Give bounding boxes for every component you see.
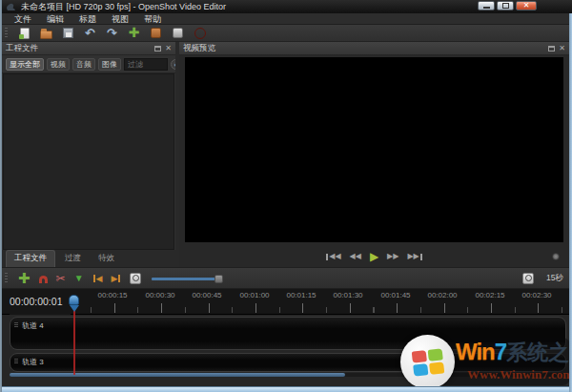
- undo-icon: ↶: [85, 27, 95, 39]
- playhead-line: [73, 311, 75, 375]
- jump-to-start-icon: [326, 254, 328, 260]
- close-button[interactable]: ✕: [516, 1, 537, 10]
- project-files-title: 工程文件: [6, 43, 154, 54]
- tab-project-files[interactable]: 工程文件: [6, 250, 55, 267]
- ruler-label: 00:01:45: [380, 291, 410, 299]
- playhead-marker[interactable]: [69, 295, 79, 305]
- menu-title[interactable]: 标题: [72, 13, 103, 25]
- track-grip-icon: [14, 322, 18, 328]
- ruler-major-ticks: [2, 303, 569, 313]
- import-files-button[interactable]: ✚: [127, 26, 141, 40]
- ruler-label: 00:02:15: [475, 291, 504, 299]
- jump-to-end-icon: [420, 254, 422, 260]
- filter-input[interactable]: [124, 58, 168, 71]
- playhead-marker-tip: [70, 305, 79, 312]
- menu-help[interactable]: 帮助: [137, 13, 168, 25]
- track-grip-icon: [14, 359, 18, 364]
- menu-file[interactable]: 文件: [8, 13, 38, 25]
- timeline-toolbar-grip[interactable]: [5, 273, 8, 284]
- import-files-icon: ✚: [129, 27, 140, 39]
- menu-view[interactable]: 视图: [105, 13, 135, 25]
- ruler-label: 00:02:30: [521, 291, 551, 299]
- maximize-button[interactable]: [497, 1, 514, 10]
- menu-bar: 文件 编辑 标题 视图 帮助: [2, 13, 569, 25]
- import-image-sequence-icon: [151, 28, 161, 38]
- export-video-button[interactable]: [193, 26, 207, 40]
- minimize-button[interactable]: [478, 1, 495, 10]
- play-button[interactable]: ▶: [370, 251, 378, 262]
- track-row[interactable]: 轨道 3: [10, 353, 566, 372]
- track-name: 轨道 4: [22, 320, 44, 331]
- add-track-icon[interactable]: ✚: [18, 272, 31, 285]
- jump-to-end-button[interactable]: ▶▶: [407, 251, 422, 262]
- save-project-button[interactable]: [61, 26, 75, 40]
- project-files-panel: 工程文件 ✕ 显示全部 视频 音频 图像 ● 工程文件 过渡 特效: [2, 42, 175, 267]
- toolbar-grip[interactable]: [5, 28, 8, 39]
- rewind-button[interactable]: ◀◀: [350, 251, 361, 262]
- project-files-list[interactable]: [3, 73, 174, 250]
- fast-forward-icon: ▶▶: [387, 251, 398, 262]
- next-marker-icon[interactable]: ▶: [111, 274, 121, 283]
- close-panel-icon[interactable]: ✕: [559, 45, 565, 52]
- jump-to-start-button[interactable]: ◀◀: [325, 251, 340, 262]
- title-bar[interactable]: 未命名项目 [HD 720p 30 fps] - OpenShot Video …: [0, 0, 572, 13]
- choose-profile-button[interactable]: [171, 26, 185, 40]
- left-panel-tabs: 工程文件 过渡 特效: [2, 250, 175, 267]
- current-time-display: 00:00:00:01: [10, 289, 71, 315]
- add-marker-icon[interactable]: ▼: [74, 274, 84, 283]
- choose-profile-icon: [173, 28, 183, 38]
- float-panel-icon[interactable]: [548, 46, 555, 52]
- timeline-tracks-area[interactable]: 轨道 4 轨道 3: [2, 315, 569, 386]
- previous-marker-icon[interactable]: ◀: [92, 274, 103, 283]
- video-preview-body: ◀◀ ◀◀ ▶ ▶▶ ▶▶: [179, 55, 569, 267]
- redo-icon: ↷: [107, 27, 117, 39]
- filter-video-button[interactable]: 视频: [47, 58, 70, 71]
- zoom-slider-fill: [152, 278, 216, 280]
- main-toolbar: ↶ ↷ ✚: [2, 25, 569, 42]
- zoom-out-icon[interactable]: [522, 273, 534, 284]
- video-display[interactable]: [185, 57, 563, 242]
- timeline-zoom-slider[interactable]: [152, 273, 514, 284]
- ruler-label: 00:00:30: [145, 291, 174, 299]
- timeline-toolbar: ✚ ✂ ▼ ◀ ▶ 15秒: [2, 267, 569, 289]
- snapshot-icon[interactable]: [552, 253, 560, 260]
- snapping-icon[interactable]: [39, 276, 48, 283]
- filter-audio-button[interactable]: 音频: [72, 58, 95, 71]
- video-preview-panel: 视频预览 ✕ ◀◀ ◀◀ ▶ ▶▶ ▶▶: [179, 42, 569, 267]
- video-preview-header: 视频预览 ✕: [179, 42, 569, 55]
- track-row[interactable]: 轨道 4: [10, 317, 566, 350]
- tab-transitions[interactable]: 过渡: [57, 251, 89, 267]
- redo-button[interactable]: ↷: [105, 26, 119, 40]
- import-image-sequence-button[interactable]: [149, 26, 163, 40]
- razor-icon[interactable]: ✂: [56, 273, 66, 284]
- close-icon: ✕: [523, 2, 530, 10]
- tab-effects[interactable]: 特效: [91, 251, 122, 267]
- timeline-horizontal-scrollbar[interactable]: [10, 373, 566, 377]
- undo-button[interactable]: ↶: [83, 26, 97, 40]
- next-marker-bar: [118, 275, 120, 282]
- timeline-ruler[interactable]: 00:00:15 00:00:30 00:00:45 00:01:00 00:0…: [2, 289, 569, 315]
- track-name: 轨道 3: [22, 357, 44, 367]
- fast-forward-button[interactable]: ▶▶: [387, 251, 398, 262]
- window-controls: ✕: [478, 1, 537, 10]
- window-border-bottom: [0, 386, 572, 392]
- main-area: 工程文件 ✕ 显示全部 视频 音频 图像 ● 工程文件 过渡 特效 视频: [2, 42, 569, 267]
- openshot-window: 未命名项目 [HD 720p 30 fps] - OpenShot Video …: [0, 0, 572, 392]
- ruler-label: 00:00:15: [97, 291, 127, 299]
- filter-image-button[interactable]: 图像: [98, 58, 121, 71]
- float-panel-icon[interactable]: [154, 46, 161, 52]
- menu-edit[interactable]: 编辑: [40, 13, 71, 25]
- ruler-label: 00:01:00: [239, 291, 269, 299]
- open-project-icon: [40, 31, 52, 39]
- close-panel-icon[interactable]: ✕: [165, 45, 172, 52]
- open-project-button[interactable]: [39, 26, 53, 40]
- zoom-in-icon[interactable]: [130, 273, 141, 284]
- ruler-label: 00:02:00: [427, 291, 457, 299]
- zoom-slider-handle[interactable]: [214, 275, 223, 283]
- maximize-icon: [502, 3, 509, 9]
- filter-show-all-button[interactable]: 显示全部: [6, 58, 44, 71]
- new-project-button[interactable]: [17, 26, 31, 40]
- video-preview-title: 视频预览: [183, 43, 548, 54]
- scrollbar-thumb[interactable]: [10, 373, 345, 377]
- openshot-logo-icon: [6, 2, 17, 11]
